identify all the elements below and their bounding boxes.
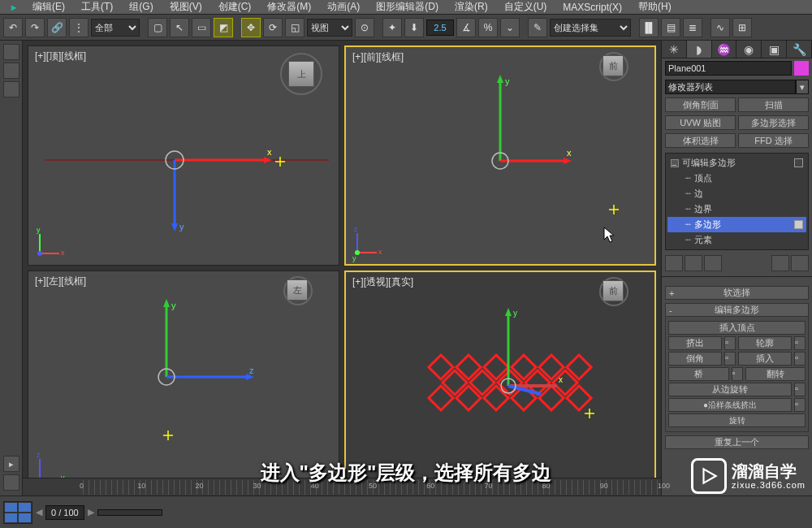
menu-view[interactable]: 视图(V) [162, 0, 210, 14]
stack-show-icon[interactable] [685, 255, 702, 271]
mirror-icon[interactable]: ▐▌ [639, 18, 659, 37]
layers-icon[interactable]: ≣ [683, 18, 702, 37]
tab-modify-icon[interactable]: ◗ [687, 41, 712, 58]
tab-create-icon[interactable]: ✳ [662, 41, 687, 58]
menu-edit[interactable]: 编辑(E) [24, 0, 73, 14]
time-scrub[interactable] [97, 509, 162, 516]
stack-remove-icon[interactable] [771, 255, 789, 271]
frame-display[interactable]: 0 / 100 [45, 505, 84, 520]
curve-editor-icon[interactable]: ∿ [710, 18, 730, 37]
btn-spline-settings[interactable]: ▫ [794, 398, 806, 412]
rollout-edit-poly-header[interactable]: -编辑多边形 [665, 303, 809, 317]
timeline-next-icon[interactable]: ▶ [88, 507, 94, 517]
select-region-icon[interactable]: ▭ [192, 18, 211, 37]
menu-modifier[interactable]: 修改器(M) [259, 0, 319, 14]
btn-inset-settings[interactable]: ▫ [794, 352, 806, 366]
tab-display-icon[interactable]: ▣ [762, 41, 787, 58]
scale-icon[interactable]: ◱ [285, 18, 304, 37]
btn-extrude[interactable]: 挤出 [668, 336, 722, 350]
viewport-persp[interactable]: [+][透视][真实] 前 y x [344, 270, 656, 491]
menu-render[interactable]: 渲染(R) [447, 0, 496, 14]
object-name-field[interactable] [665, 61, 792, 76]
select-icon[interactable]: ▢ [148, 18, 167, 37]
stack-unique-icon[interactable] [704, 255, 722, 271]
btn-outline[interactable]: 轮廓 [738, 336, 792, 350]
btn-insert-vertex[interactable]: 插入顶点 [668, 321, 806, 335]
tool-2[interactable] [3, 63, 19, 79]
pivot-icon[interactable]: ⊙ [355, 18, 374, 37]
stack-element[interactable]: ┈元素 [667, 232, 806, 248]
viewport-layout-icon[interactable] [3, 501, 32, 524]
btn-bridge[interactable]: 桥 [668, 367, 729, 381]
stack-config-icon[interactable] [791, 255, 809, 271]
menu-maxscript[interactable]: MAXScript(X) [555, 2, 630, 13]
tool-nav-1[interactable]: ▸ [3, 456, 19, 472]
btn-outline-settings[interactable]: ▫ [794, 336, 806, 350]
btn-flip[interactable]: 翻转 [745, 367, 806, 381]
menu-graph[interactable]: 图形编辑器(D) [368, 0, 447, 14]
modifier-list[interactable]: 修改器列表 [665, 80, 796, 94]
undo-icon[interactable]: ↶ [3, 18, 23, 37]
named-selection[interactable]: 创建选择集 [550, 19, 631, 37]
stack-vertex[interactable]: ┈顶点 [667, 171, 806, 186]
tab-motion-icon[interactable]: ◉ [736, 41, 762, 58]
stack-polygon[interactable]: ┈多边形 [667, 217, 806, 232]
rollout-soft-select[interactable]: +软选择 [665, 286, 809, 300]
named-sel-edit-icon[interactable]: ✎ [528, 18, 547, 37]
app-logo[interactable]: ▸ [3, 2, 24, 13]
stack-border[interactable]: ┈边界 [667, 201, 806, 217]
align-icon[interactable]: ▤ [661, 18, 680, 37]
percent-snap-icon[interactable]: % [478, 18, 498, 37]
btn-bevel[interactable]: 倒角 [668, 352, 722, 366]
rotate-icon[interactable]: ⟳ [263, 18, 283, 37]
rollout-next[interactable]: 重复上一个 [665, 435, 809, 449]
btn-ffd-select[interactable]: FFD 选择 [738, 133, 809, 148]
menu-custom[interactable]: 自定义(U) [496, 0, 555, 14]
spinner-snap-icon[interactable]: ⌄ [500, 18, 520, 37]
menu-tools[interactable]: 工具(T) [73, 0, 121, 14]
tab-hierarchy-icon[interactable]: ♒ [712, 41, 737, 58]
btn-sweep[interactable]: 扫描 [738, 97, 809, 112]
menu-help[interactable]: 帮助(H) [630, 0, 680, 14]
stack-root[interactable]: −可编辑多边形 [667, 155, 806, 171]
btn-poly-select[interactable]: 多边形选择 [738, 115, 809, 130]
snap-toggle-icon[interactable]: ⬇ [404, 18, 424, 37]
window-crossing-icon[interactable]: ◩ [214, 18, 233, 37]
object-color-swatch[interactable] [794, 61, 809, 76]
schematic-icon[interactable]: ⊞ [732, 18, 752, 37]
btn-bevel-settings[interactable]: ▫ [724, 352, 736, 366]
btn-bevel-profile[interactable]: 倒角剖面 [665, 97, 736, 112]
modifier-stack[interactable]: −可编辑多边形 ┈顶点 ┈边 ┈边界 ┈多边形 ┈元素 [665, 153, 809, 250]
tab-utility-icon[interactable]: 🔧 [787, 41, 812, 58]
menu-anim[interactable]: 动画(A) [319, 0, 368, 14]
viewport-top[interactable]: [+][顶][线框] 上 x y y x [28, 45, 339, 266]
btn-turn[interactable]: 旋转 [668, 413, 806, 427]
manip-icon[interactable]: ✦ [382, 18, 402, 37]
redo-icon[interactable]: ↷ [25, 18, 45, 37]
stack-pin-icon[interactable] [665, 255, 683, 271]
angle-snap-value[interactable]: 2.5 [426, 19, 454, 36]
stack-edge[interactable]: ┈边 [667, 186, 806, 201]
coord-system[interactable]: 视图 [307, 19, 352, 37]
angle-snap-icon[interactable]: ∡ [456, 18, 476, 37]
tool-3[interactable] [3, 81, 19, 97]
tool-nav-2[interactable] [3, 474, 19, 491]
modifier-list-dropdown-icon[interactable]: ▾ [796, 80, 809, 94]
link-icon[interactable]: 🔗 [47, 18, 67, 37]
btn-bridge-settings[interactable]: ▫ [732, 367, 743, 381]
btn-extrude-settings[interactable]: ▫ [724, 336, 736, 350]
btn-hinge[interactable]: 从边旋转 [668, 383, 792, 396]
btn-uvw-map[interactable]: UVW 贴图 [665, 115, 736, 130]
timeline-prev-icon[interactable]: ◀ [36, 507, 42, 517]
btn-vol-select[interactable]: 体积选择 [665, 133, 736, 148]
menu-create[interactable]: 创建(C) [210, 0, 260, 14]
unlink-icon[interactable]: ⋮ [69, 18, 89, 37]
select-object-icon[interactable]: ↖ [170, 18, 189, 37]
viewport-left[interactable]: [+][左][线框] 左 y z z y [28, 270, 339, 491]
viewport-front[interactable]: [+][前][线框] 前 y x z x [344, 45, 656, 266]
btn-inset[interactable]: 插入 [738, 352, 792, 366]
btn-along-spline[interactable]: ● 沿样条线挤出 [668, 398, 792, 412]
move-icon[interactable]: ✥ [241, 18, 261, 37]
menu-group[interactable]: 组(G) [121, 0, 161, 14]
btn-hinge-settings[interactable]: ▫ [794, 383, 806, 396]
